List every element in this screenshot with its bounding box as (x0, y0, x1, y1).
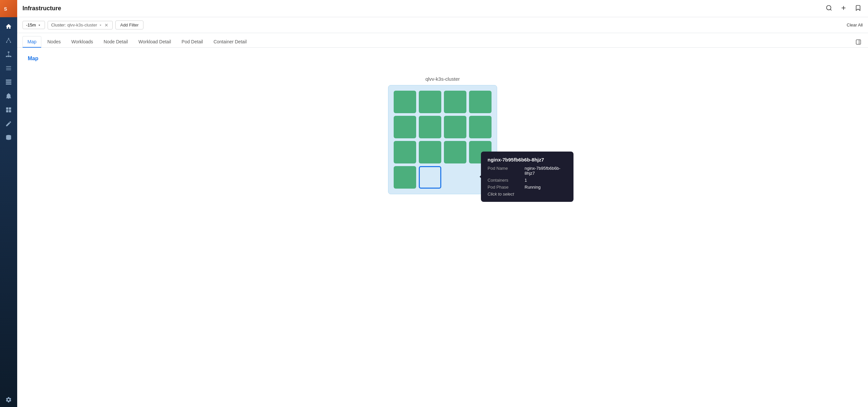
cluster-box: nginx-7b95fb6b6b-8hjz7 Pod Name nginx-7b… (388, 85, 497, 194)
pod-cell[interactable] (394, 116, 416, 138)
view-title: Map (28, 56, 858, 62)
tab-map[interactable]: Map (23, 36, 41, 48)
tooltip-key-containers: Containers (488, 178, 521, 183)
main-content: Infrastructure -15m Cluster: qlvv-k3s-cl… (17, 0, 868, 407)
tab-workload-detail[interactable]: Workload Detail (134, 36, 176, 48)
tooltip-key-podname: Pod Name (488, 166, 521, 176)
topbar-actions (825, 3, 863, 13)
pod-cell[interactable] (419, 141, 441, 164)
cluster-label: Cluster: (51, 23, 66, 27)
svg-point-2 (6, 42, 7, 43)
tooltip-title: nginx-7b95fb6b6b-8hjz7 (488, 157, 567, 163)
tab-container-detail[interactable]: Container Detail (209, 36, 251, 48)
svg-rect-14 (6, 69, 11, 70)
svg-text:S: S (4, 6, 7, 11)
tab-pod-detail[interactable]: Pod Detail (177, 36, 208, 48)
clear-all-button[interactable]: Clear All (847, 23, 863, 27)
svg-rect-27 (856, 40, 861, 44)
map-area: qlvv-k3s-cluster (28, 69, 858, 201)
svg-line-24 (830, 9, 832, 10)
pod-cell[interactable] (444, 91, 466, 113)
sidebar-item-hierarchy[interactable] (2, 48, 15, 61)
tooltip-val-podname: nginx-7b95fb6b6b-8hjz7 (525, 166, 567, 176)
topbar: Infrastructure (17, 0, 868, 17)
svg-rect-18 (6, 108, 9, 110)
pod-cell[interactable] (469, 116, 492, 138)
time-filter[interactable]: -15m (23, 21, 45, 29)
panel-toggle-button[interactable] (854, 38, 863, 47)
pods-grid (394, 91, 492, 188)
pod-cell[interactable] (444, 141, 466, 164)
tooltip-action[interactable]: Click to select (488, 192, 567, 197)
tooltip-row-phase: Pod Phase Running (488, 185, 567, 190)
svg-rect-16 (6, 81, 11, 82)
selected-pod-cell[interactable] (419, 166, 441, 188)
cluster-name: qlvv-k3s-cluster (425, 76, 460, 82)
pod-cell[interactable] (394, 141, 416, 164)
svg-point-23 (827, 6, 831, 10)
app-title: Infrastructure (23, 5, 820, 12)
svg-rect-6 (8, 52, 9, 53)
bookmark-button[interactable] (854, 3, 863, 13)
svg-rect-21 (9, 110, 11, 113)
pod-cell[interactable] (444, 116, 466, 138)
sidebar-item-list[interactable] (2, 62, 15, 75)
svg-rect-12 (6, 66, 11, 67)
svg-rect-15 (6, 80, 11, 81)
sidebar-item-database[interactable] (2, 131, 15, 144)
main-view: Map qlvv-k3s-cluster (17, 48, 868, 407)
tooltip-row-containers: Containers 1 (488, 178, 567, 183)
sidebar: S (0, 0, 17, 407)
search-button[interactable] (825, 3, 834, 13)
tabbar: Map Nodes Workloads Node Detail Workload… (17, 33, 868, 48)
pod-cell[interactable] (394, 166, 416, 188)
sidebar-item-home[interactable] (2, 20, 15, 33)
sidebar-item-edit[interactable] (2, 117, 15, 130)
pod-cell[interactable] (469, 91, 492, 113)
svg-rect-20 (6, 110, 9, 113)
sidebar-item-alerts[interactable] (2, 89, 15, 103)
svg-rect-17 (6, 83, 11, 84)
filterbar: -15m Cluster: qlvv-k3s-cluster ✕ Add Fil… (17, 17, 868, 33)
tab-node-detail[interactable]: Node Detail (99, 36, 132, 48)
pod-cell-empty (444, 166, 466, 188)
sidebar-item-topology[interactable] (2, 34, 15, 47)
splunk-logo[interactable]: S (0, 0, 17, 17)
cluster-value: qlvv-k3s-cluster (67, 23, 97, 27)
svg-rect-19 (9, 108, 11, 110)
svg-point-3 (10, 42, 11, 43)
tooltip-val-containers: 1 (525, 178, 527, 183)
add-button[interactable] (839, 3, 848, 13)
time-value: -15m (26, 23, 36, 27)
pod-cell[interactable] (394, 91, 416, 113)
svg-line-4 (7, 39, 9, 42)
svg-line-5 (9, 39, 10, 42)
add-filter-button[interactable]: Add Filter (115, 21, 144, 29)
cluster-container: qlvv-k3s-cluster (388, 76, 497, 194)
cluster-filter[interactable]: Cluster: qlvv-k3s-cluster ✕ (48, 21, 113, 29)
sidebar-item-storage[interactable] (2, 76, 15, 89)
pod-cell[interactable] (419, 116, 441, 138)
tab-nodes[interactable]: Nodes (43, 36, 65, 48)
pod-cell[interactable] (419, 91, 441, 113)
tooltip-row-podname: Pod Name nginx-7b95fb6b6b-8hjz7 (488, 166, 567, 176)
sidebar-item-dashboard[interactable] (2, 103, 15, 116)
sidebar-item-settings[interactable] (2, 393, 15, 406)
tab-workloads[interactable]: Workloads (67, 36, 98, 48)
tooltip-val-phase: Running (525, 185, 540, 190)
pod-tooltip: nginx-7b95fb6b6b-8hjz7 Pod Name nginx-7b… (481, 151, 574, 202)
svg-rect-13 (6, 68, 11, 68)
tooltip-key-phase: Pod Phase (488, 185, 521, 190)
svg-point-1 (8, 38, 9, 39)
cluster-filter-close[interactable]: ✕ (104, 23, 109, 28)
